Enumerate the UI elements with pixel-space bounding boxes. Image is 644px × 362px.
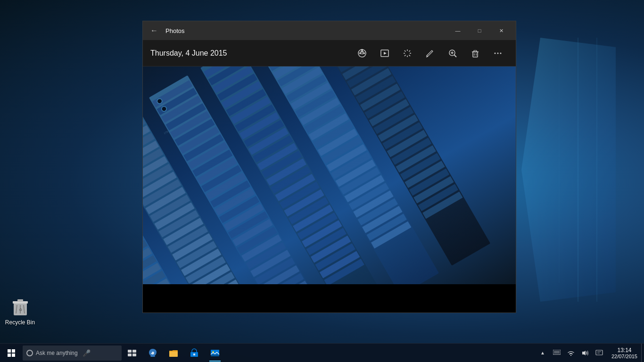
more-icon: [493, 49, 503, 58]
window-title: Photos: [162, 27, 447, 34]
delete-icon: [471, 49, 480, 58]
taskbar-app-explorer[interactable]: [163, 344, 184, 362]
svg-line-22: [409, 55, 411, 56]
enhance-button[interactable]: [397, 43, 418, 64]
back-button[interactable]: ←: [147, 23, 162, 38]
taskbar: Ask me anything 🎤: [0, 343, 644, 362]
svg-rect-275: [132, 350, 136, 353]
volume-icon-button[interactable]: [578, 344, 592, 362]
svg-marker-16: [384, 52, 387, 55]
svg-marker-286: [582, 351, 586, 355]
svg-line-28: [454, 55, 457, 57]
search-text: Ask me anything: [36, 350, 78, 356]
slideshow-icon: [380, 49, 389, 58]
svg-point-12: [361, 49, 363, 51]
bottom-strip: [143, 284, 516, 313]
recycle-bin-icon[interactable]: ♻ Recycle Bin: [2, 295, 38, 326]
zoom-icon: [448, 49, 457, 58]
recycle-bin-label: Recycle Bin: [2, 319, 38, 326]
clock-date: 22/07/2015: [611, 354, 637, 359]
image-area: 256GB 2TB 512GB 1TB: [143, 66, 516, 313]
task-view-icon: [128, 350, 136, 356]
taskbar-apps: [142, 344, 534, 362]
enhance-icon: [403, 49, 412, 58]
svg-line-24: [405, 55, 406, 56]
slideshow-button[interactable]: [374, 43, 395, 64]
maximize-icon: □: [478, 28, 481, 33]
clock-time: 13:14: [617, 347, 631, 354]
taskbar-app-photos[interactable]: [205, 344, 225, 362]
chevron-up-icon: ▲: [540, 350, 545, 355]
svg-marker-0: [521, 38, 616, 302]
svg-rect-273: [143, 66, 516, 284]
close-button[interactable]: ✕: [490, 23, 512, 38]
photo-svg: 256GB 2TB 512GB 1TB: [143, 66, 516, 284]
photos-window: ← Photos — □ ✕ Thursday, 4 June 2015: [142, 21, 516, 313]
system-tray: ▲: [534, 344, 608, 362]
search-bar[interactable]: Ask me anything 🎤: [23, 346, 122, 361]
toolbar-actions: [352, 43, 508, 64]
svg-rect-33: [474, 50, 477, 52]
back-icon: ←: [150, 26, 158, 35]
svg-rect-276: [128, 354, 132, 356]
svg-rect-274: [128, 350, 132, 353]
edit-icon: [425, 49, 435, 58]
svg-point-38: [500, 52, 502, 54]
share-icon: [357, 49, 367, 58]
svg-point-37: [497, 52, 499, 54]
minimize-icon: —: [455, 28, 461, 33]
svg-line-26: [426, 57, 428, 57]
notification-icon: [595, 350, 603, 356]
window-controls: — □ ✕: [447, 23, 512, 38]
maximize-button[interactable]: □: [469, 23, 490, 38]
svg-rect-31: [473, 52, 478, 57]
volume-icon: [581, 350, 589, 356]
clock-area[interactable]: 13:14 22/07/2015: [608, 344, 641, 362]
network-monitor-icon[interactable]: [550, 344, 563, 362]
svg-rect-280: [193, 354, 195, 355]
svg-rect-6: [17, 299, 23, 302]
close-icon: ✕: [499, 28, 504, 34]
svg-point-13: [359, 52, 361, 54]
svg-line-23: [409, 50, 411, 52]
svg-rect-277: [132, 354, 136, 356]
wifi-icon: [567, 350, 575, 356]
svg-text:♻: ♻: [18, 308, 22, 312]
search-icon: [26, 350, 33, 356]
delete-button[interactable]: [465, 43, 486, 64]
show-desktop-button[interactable]: [641, 344, 644, 362]
share-button[interactable]: [352, 43, 372, 64]
svg-line-21: [405, 50, 406, 52]
photos-icon: [210, 348, 220, 358]
svg-rect-287: [596, 350, 603, 355]
photos-toolbar: Thursday, 4 June 2015: [143, 40, 516, 66]
task-view-button[interactable]: [122, 344, 142, 362]
store-icon: [190, 348, 199, 358]
tray-chevron-button[interactable]: ▲: [536, 344, 549, 362]
edit-button[interactable]: [420, 43, 440, 64]
svg-point-14: [363, 52, 365, 54]
svg-rect-283: [211, 354, 219, 356]
taskbar-app-store[interactable]: [184, 344, 205, 362]
recycle-bin-svg: ♻: [9, 295, 32, 317]
desktop: ♻ Recycle Bin ← Photos — □ ✕: [0, 0, 644, 362]
photo-display: 256GB 2TB 512GB 1TB: [143, 66, 516, 284]
start-button[interactable]: [0, 344, 23, 362]
svg-point-36: [495, 52, 496, 54]
monitor-icon: [553, 350, 561, 356]
svg-rect-285: [554, 351, 560, 354]
zoom-button[interactable]: [442, 43, 463, 64]
title-bar: ← Photos — □ ✕: [143, 21, 516, 40]
microphone-icon: 🎤: [83, 349, 91, 357]
edge-icon: [148, 348, 157, 358]
file-explorer-icon: [169, 348, 178, 358]
notification-icon-button[interactable]: [593, 344, 606, 362]
more-button[interactable]: [487, 43, 508, 64]
taskbar-app-edge[interactable]: [142, 344, 163, 362]
photo-date: Thursday, 4 June 2015: [150, 49, 352, 58]
wifi-icon-button[interactable]: [564, 344, 578, 362]
windows-logo-icon: [8, 349, 15, 357]
minimize-button[interactable]: —: [447, 23, 469, 38]
